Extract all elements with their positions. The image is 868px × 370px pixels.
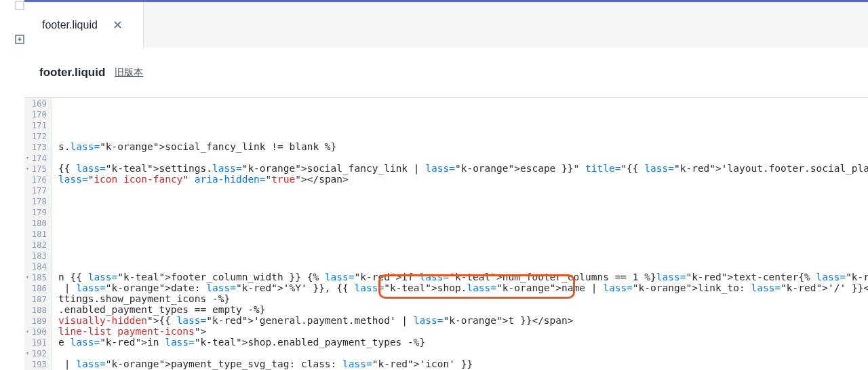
square-icon (14, 0, 24, 12)
file-title: footer.liquid (39, 66, 105, 79)
code-area[interactable]: s.lass="k-orange">social_fancy_link != b… (57, 98, 868, 370)
tab-label: footer.liquid (42, 19, 98, 31)
file-sidebar: Templates Sections 新增 section {/}advance… (0, 0, 24, 370)
close-icon[interactable]: ✕ (110, 15, 125, 35)
code-editor[interactable]: 169170171172173▾174▾17517617717817918018… (24, 98, 868, 370)
tab-footer[interactable]: footer.liquid ✕ (24, 2, 144, 48)
file-header: footer.liquid 旧版本 删除 保存 (24, 48, 868, 98)
old-version-link[interactable]: 旧版本 (115, 67, 143, 79)
line-gutter: 169170171172173▾174▾17517617717817918018… (24, 98, 52, 370)
tab-bar: footer.liquid ✕ (24, 0, 868, 48)
svg-rect-0 (16, 1, 24, 10)
editor-main: footer.liquid ✕ footer.liquid 旧版本 删除 保存 … (24, 0, 868, 370)
download-icon (14, 33, 24, 45)
